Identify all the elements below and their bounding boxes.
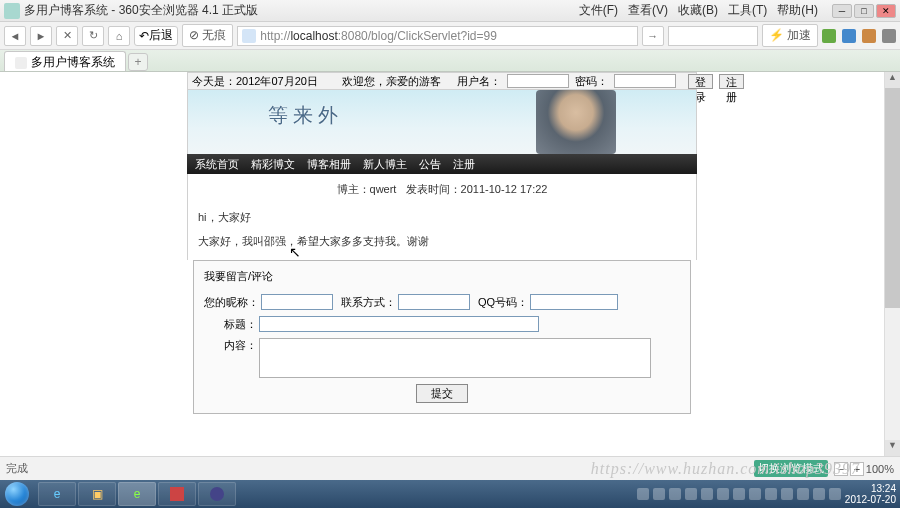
task-app1[interactable] [158, 482, 196, 506]
new-tab-button[interactable]: + [128, 53, 148, 71]
tab-active[interactable]: 多用户博客系统 [4, 51, 126, 71]
tray-icon[interactable] [765, 488, 777, 500]
minimize-button[interactable]: ─ [832, 4, 852, 18]
menu-fav[interactable]: 收藏(B) [674, 0, 722, 21]
qq-input[interactable] [530, 294, 618, 310]
nav-home-button[interactable]: ⌂ [108, 26, 130, 46]
tray-icon[interactable] [653, 488, 665, 500]
menu-tools[interactable]: 工具(T) [724, 0, 771, 21]
task-ie[interactable]: e [38, 482, 76, 506]
nav-posts[interactable]: 精彩博文 [251, 157, 295, 172]
title-label: 标题： [224, 317, 257, 332]
menu-bar: 文件(F) 查看(V) 收藏(B) 工具(T) 帮助(H) ─ □ ✕ [575, 0, 896, 21]
nick-input[interactable] [261, 294, 333, 310]
tab-strip: 多用户博客系统 + [0, 50, 900, 72]
blog-banner: 等 来 外 [187, 90, 697, 154]
tab-favicon [15, 57, 27, 69]
tray-icon[interactable] [749, 488, 761, 500]
address-bar[interactable]: http://localhost:8080/blog/ClickServlet?… [237, 26, 637, 46]
register-button[interactable]: 注册 [719, 74, 744, 89]
ext-icon-4[interactable] [882, 29, 896, 43]
incognito-button[interactable]: ⊘ 无痕 [182, 24, 233, 47]
nav-newblogger[interactable]: 新人博主 [363, 157, 407, 172]
tray-icon[interactable] [701, 488, 713, 500]
url-text: http://localhost:8080/blog/ClickServlet?… [260, 29, 497, 43]
go-button[interactable]: → [642, 26, 664, 46]
task-eclipse[interactable] [198, 482, 236, 506]
contact-input[interactable] [398, 294, 470, 310]
scroll-thumb[interactable] [885, 88, 900, 308]
nav-forward-button[interactable]: ► [30, 26, 52, 46]
vertical-scrollbar[interactable]: ▲ ▼ [884, 72, 900, 456]
password-input[interactable] [614, 74, 676, 88]
tray-icon[interactable] [685, 488, 697, 500]
windows-taskbar: e ▣ e 13:24 2012-07-20 [0, 480, 900, 508]
task-360[interactable]: e [118, 482, 156, 506]
content-label: 内容： [224, 338, 257, 353]
contact-label: 联系方式： [341, 295, 396, 310]
accelerate-button[interactable]: ⚡ 加速 [762, 24, 818, 47]
tray-icon[interactable] [781, 488, 793, 500]
tray-icon[interactable] [813, 488, 825, 500]
welcome-label: 欢迎您，亲爱的游客 [342, 74, 441, 89]
nav-back-button[interactable]: ◄ [4, 26, 26, 46]
nav-home[interactable]: 系统首页 [195, 157, 239, 172]
ext-icon-2[interactable] [842, 29, 856, 43]
tray-icon[interactable] [637, 488, 649, 500]
nav-stop-button[interactable]: ✕ [56, 26, 78, 46]
window-titlebar: 多用户博客系统 - 360安全浏览器 4.1 正式版 文件(F) 查看(V) 收… [0, 0, 900, 22]
qq-label: QQ号码： [478, 295, 528, 310]
login-button[interactable]: 登录 [688, 74, 713, 89]
title-input[interactable] [259, 316, 539, 332]
search-input[interactable] [668, 26, 758, 46]
username-input[interactable] [507, 74, 569, 88]
blog-nav: 系统首页 精彩博文 博客相册 新人博主 公告 注册 [187, 154, 697, 174]
scroll-down-button[interactable]: ▼ [885, 440, 900, 456]
blog-container: 今天是：2012年07月20日 欢迎您，亲爱的游客 用户名： 密码： 登录 注册… [187, 72, 697, 414]
post-body: hi，大家好 大家好，我叫邵强，希望大家多多支持我。谢谢 [187, 205, 697, 260]
page-icon [242, 29, 256, 43]
scroll-up-button[interactable]: ▲ [885, 72, 900, 88]
window-favicon [4, 3, 20, 19]
banner-text: 等 来 外 [268, 102, 338, 129]
nav-album[interactable]: 博客相册 [307, 157, 351, 172]
tray-icon[interactable] [717, 488, 729, 500]
menu-help[interactable]: 帮助(H) [773, 0, 822, 21]
start-button[interactable] [0, 480, 34, 508]
ext-icon-1[interactable] [822, 29, 836, 43]
maximize-button[interactable]: □ [854, 4, 874, 18]
page-viewport: 今天是：2012年07月20日 欢迎您，亲爱的游客 用户名： 密码： 登录 注册… [0, 72, 884, 456]
browser-statusbar: 完成 https://www.huzhan.com/ishop39397 切换浏… [0, 456, 900, 480]
nav-reload-button[interactable]: ↻ [82, 26, 104, 46]
tray-icon[interactable] [733, 488, 745, 500]
menu-file[interactable]: 文件(F) [575, 0, 622, 21]
tab-title: 多用户博客系统 [31, 54, 115, 71]
user-label: 用户名： [457, 74, 501, 89]
status-done: 完成 [6, 461, 28, 476]
comment-form: 我要留言/评论 您的昵称： 联系方式： QQ号码： 标题： 内容： 提交 [193, 260, 691, 414]
task-explorer[interactable]: ▣ [78, 482, 116, 506]
ext-icon-3[interactable] [862, 29, 876, 43]
extension-icons [822, 29, 896, 43]
watermark-text: https://www.huzhan.com/ishop39397 [591, 460, 860, 478]
system-tray: 13:24 2012-07-20 [637, 483, 900, 505]
tray-clock[interactable]: 13:24 2012-07-20 [845, 483, 896, 505]
submit-button[interactable]: 提交 [416, 384, 468, 403]
browser-toolbar: ◄ ► ✕ ↻ ⌂ ↶ 后退 ⊘ 无痕 http://localhost:808… [0, 22, 900, 50]
tray-icon[interactable] [797, 488, 809, 500]
nav-register[interactable]: 注册 [453, 157, 475, 172]
post-greeting: hi，大家好 [198, 209, 686, 227]
content-textarea[interactable] [259, 338, 651, 378]
pass-label: 密码： [575, 74, 608, 89]
back-text-button[interactable]: ↶ 后退 [134, 26, 178, 46]
date-label: 今天是：2012年07月20日 [192, 74, 318, 89]
window-title: 多用户博客系统 - 360安全浏览器 4.1 正式版 [24, 2, 258, 19]
tray-icon[interactable] [669, 488, 681, 500]
nav-notice[interactable]: 公告 [419, 157, 441, 172]
close-button[interactable]: ✕ [876, 4, 896, 18]
post-text: 大家好，我叫邵强，希望大家多多支持我。谢谢 [198, 233, 686, 251]
tray-icon[interactable] [829, 488, 841, 500]
nick-label: 您的昵称： [204, 295, 259, 310]
zoom-level: 100% [866, 463, 894, 475]
menu-view[interactable]: 查看(V) [624, 0, 672, 21]
